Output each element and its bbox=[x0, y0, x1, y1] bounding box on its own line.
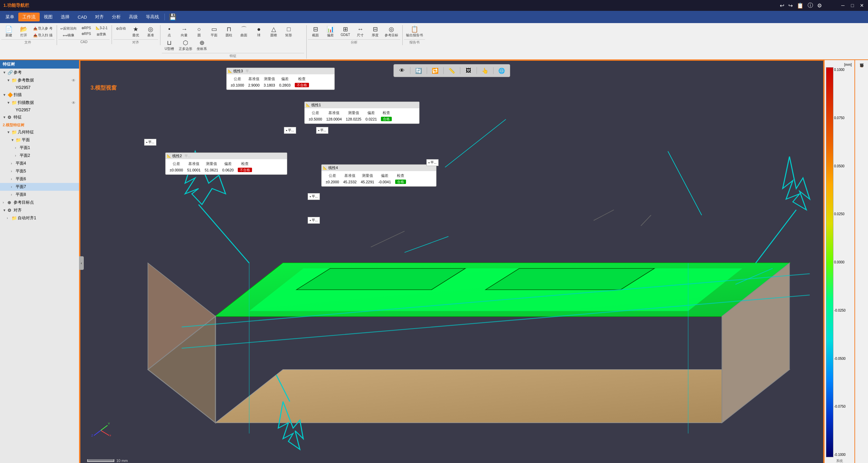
minimize-button[interactable]: ─ bbox=[840, 3, 846, 8]
sidebar-wrapper: 特征树 ▼ 🔗 参考 ▼ 📁 参考数据 👁 YG2957 ▼ 🔶 扫 bbox=[0, 60, 80, 463]
tree-item-scan-yg[interactable]: YG2957 bbox=[0, 107, 79, 113]
mirror-icon: ⟺ bbox=[63, 34, 67, 37]
menu-item-0[interactable]: 菜单 bbox=[1, 13, 18, 21]
size-button[interactable]: ↔ 尺寸 bbox=[353, 25, 368, 39]
rps1-button[interactable]: ⊕ RPS bbox=[79, 25, 94, 31]
geo-icon: 📁 bbox=[12, 130, 18, 135]
deviation-button[interactable]: 📊 偏差 bbox=[323, 25, 338, 39]
ref-target-button[interactable]: ◎ 参考目标 bbox=[383, 25, 400, 39]
expand-arrow-plane5: › bbox=[11, 169, 16, 173]
import-scan-button[interactable]: 📥 导入扫 描 bbox=[31, 32, 55, 39]
circle-button[interactable]: ○ 圆 bbox=[192, 25, 207, 39]
tree-item-plane2[interactable]: › 平面2 bbox=[0, 152, 79, 160]
plane-label-3[interactable]: •平... bbox=[316, 127, 328, 134]
menu-item-2[interactable]: 视图 bbox=[40, 13, 57, 21]
plane-label-4[interactable]: •平... bbox=[308, 193, 320, 200]
rect-button[interactable]: □ 矩形 bbox=[281, 25, 296, 39]
gdt-button[interactable]: ⊞ GD&T bbox=[338, 25, 353, 38]
new-button[interactable]: 📄 新建 bbox=[1, 25, 16, 39]
eye-icon-scan-data[interactable]: 👁 bbox=[72, 100, 78, 105]
settings-icon[interactable]: ⚙ bbox=[817, 2, 822, 9]
tree-item-ref-data[interactable]: ▼ 📁 参考数据 👁 bbox=[0, 76, 79, 84]
maximize-button[interactable]: □ bbox=[850, 3, 855, 8]
tree-item-feature[interactable]: ▼ ⚙ 特征 bbox=[0, 113, 79, 121]
tree-item-plane7[interactable]: › 平面7 bbox=[0, 183, 79, 191]
svg-line-28 bbox=[101, 425, 108, 430]
expand-arrow-plane8: › bbox=[11, 193, 16, 197]
vt-rotate-button[interactable]: 🔄 bbox=[413, 66, 424, 75]
copy-icon[interactable]: 📋 bbox=[797, 2, 804, 9]
mirror-button[interactable]: ⟺ 镜像 bbox=[58, 32, 79, 39]
tree-item-align[interactable]: ▼ ⚙ 对齐 bbox=[0, 206, 79, 214]
tree-item-plane1[interactable]: › 平面1 bbox=[0, 144, 79, 152]
svg-text:Y: Y bbox=[108, 422, 110, 425]
save-icon[interactable]: 💾 bbox=[166, 13, 179, 21]
help-icon[interactable]: ⓘ bbox=[808, 2, 813, 9]
transform-button[interactable]: ⊞ 变换 bbox=[94, 31, 110, 38]
plane-label-1[interactable]: •平... bbox=[144, 139, 156, 146]
tree-item-plane-group[interactable]: ▼ 📁 平面 bbox=[0, 136, 79, 144]
expand-arrow-scan: ▼ bbox=[3, 93, 7, 97]
rps2-button[interactable]: ⊕ RPS bbox=[79, 31, 94, 37]
coord-button[interactable]: ⊕ 坐标系 bbox=[194, 39, 209, 52]
polygon-button[interactable]: ⬡ 正多边形 bbox=[177, 39, 194, 52]
auto-button[interactable]: ⚙ 自动 bbox=[113, 25, 128, 32]
toolbar-area: 📄 新建 📂 打开 📥 导入参 考 📥 导 bbox=[0, 23, 868, 60]
vt-measure-button[interactable]: 📏 bbox=[446, 66, 457, 75]
uchannel-button[interactable]: ⊔ U型槽 bbox=[162, 39, 177, 52]
sidebar-collapse-button[interactable]: ‹ bbox=[79, 256, 84, 270]
plane-label-6[interactable]: •平... bbox=[426, 159, 439, 166]
menu-item-3[interactable]: 选择 bbox=[57, 13, 74, 21]
surface-button[interactable]: ⌒ 曲面 bbox=[236, 25, 251, 39]
svg-line-20 bbox=[668, 151, 702, 215]
model-viewport[interactable]: 3.模型视窗 👁 🔄 🔁 📏 🖼 👆 🌐 bbox=[80, 60, 824, 463]
export-report-button[interactable]: 📋 输出报告书 bbox=[404, 25, 425, 39]
vt-orbit-button[interactable]: 🔁 bbox=[430, 66, 441, 75]
vt-select-button[interactable]: 👆 bbox=[480, 66, 490, 75]
tree-item-auto-align[interactable]: › 📁 自动对齐1 bbox=[0, 214, 79, 222]
tree-item-plane6[interactable]: › 平面6 bbox=[0, 175, 79, 183]
menu-item-1[interactable]: 工作流 bbox=[18, 13, 40, 21]
321-button[interactable]: 📐 3-2-1 bbox=[94, 25, 110, 31]
expand-arrow-plane4: › bbox=[11, 162, 16, 165]
tree-item-ref-yg[interactable]: YG2957 bbox=[0, 84, 79, 91]
menu-item-6[interactable]: 分析 bbox=[108, 13, 125, 21]
plane-label-2[interactable]: •平... bbox=[284, 127, 296, 134]
menu-item-4[interactable]: CAD bbox=[74, 13, 91, 21]
base-button[interactable]: ◎ 基准 bbox=[143, 25, 158, 39]
sphere-button[interactable]: ● 球 bbox=[251, 25, 266, 39]
point-button[interactable]: • 点 bbox=[162, 25, 177, 39]
vt-frame-button[interactable]: 🖼 bbox=[463, 66, 474, 75]
plane-label-5[interactable]: •平... bbox=[308, 217, 320, 224]
tree-item-scan-data[interactable]: ▼ 📁 扫描数据 👁 bbox=[0, 99, 79, 107]
ref-point-label: 参考目标点 bbox=[14, 200, 78, 205]
vt-view-button[interactable]: 👁 bbox=[397, 66, 407, 75]
redo-icon[interactable]: ↪ bbox=[788, 2, 793, 9]
cone-button[interactable]: △ 圆锥 bbox=[266, 25, 281, 39]
reverse-button[interactable]: ↩ 反转法向 bbox=[58, 25, 79, 32]
ref-data-icon: 📁 bbox=[12, 78, 18, 83]
tree-item-geo[interactable]: ▼ 📁 几何特征 bbox=[0, 128, 79, 136]
import-ref-button[interactable]: 📥 导入参 考 bbox=[31, 25, 55, 32]
tree-item-plane4[interactable]: › 平面4 bbox=[0, 160, 79, 167]
direction-button[interactable]: → 向量 bbox=[177, 25, 192, 39]
undo-icon[interactable]: ↩ bbox=[780, 2, 784, 9]
tree-item-plane8[interactable]: › 平面8 bbox=[0, 191, 79, 199]
close-button[interactable]: ✕ bbox=[859, 3, 865, 8]
best-button[interactable]: ★ 最优 bbox=[128, 25, 143, 39]
eye-icon-ref-data[interactable]: 👁 bbox=[72, 78, 78, 83]
plane-button[interactable]: ▭ 平面 bbox=[207, 25, 221, 39]
menu-item-7[interactable]: 高级 bbox=[125, 13, 142, 21]
menu-item-8[interactable]: 等高线 bbox=[142, 13, 163, 21]
tree-item-ref[interactable]: ▼ 🔗 参考 bbox=[0, 69, 79, 76]
tree-item-plane5[interactable]: › 平面5 bbox=[0, 167, 79, 175]
section-button[interactable]: ⊟ 截面 bbox=[308, 25, 323, 39]
thickness-button[interactable]: ⊟ 厚度 bbox=[368, 25, 383, 39]
vt-globe-button[interactable]: 🌐 bbox=[496, 66, 507, 75]
cylinder-button[interactable]: ⊓ 圆柱 bbox=[221, 25, 236, 39]
tree-item-ref-point[interactable]: › ⊕ 参考目标点 bbox=[0, 199, 79, 206]
tree-item-scan[interactable]: ▼ 🔶 扫描 bbox=[0, 91, 79, 99]
menu-item-5[interactable]: 对齐 bbox=[91, 13, 108, 21]
open-button[interactable]: 📂 打开 bbox=[16, 25, 31, 39]
plane1-label: 平面1 bbox=[20, 145, 78, 151]
